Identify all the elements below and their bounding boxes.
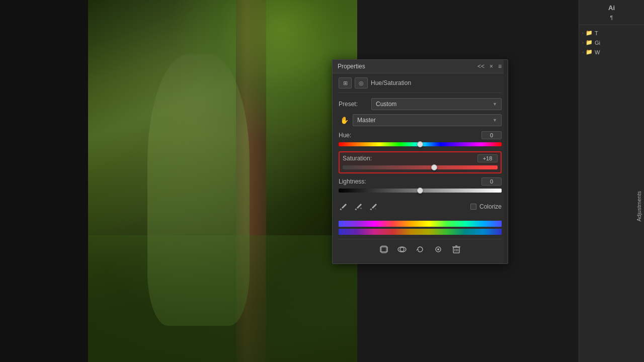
folder-w-label: W <box>595 49 600 55</box>
svg-point-7 <box>437 248 439 250</box>
tools-colorize-row: + - Colorize <box>339 198 502 216</box>
lightness-header: Lightness: 0 <box>339 177 502 186</box>
lightness-thumb[interactable] <box>417 188 423 194</box>
paragraph-icon[interactable]: ¶ <box>610 15 613 21</box>
right-top-icons: Ai ¶ <box>579 0 644 25</box>
svg-point-4 <box>400 247 404 251</box>
bottom-tools: + - <box>339 202 379 212</box>
channel-dropdown[interactable]: Master ▼ <box>353 114 502 126</box>
saturation-value[interactable]: +18 <box>477 154 498 162</box>
clip-to-layer-button[interactable] <box>378 243 390 255</box>
preset-value: Custom <box>376 101 396 108</box>
light-overlay <box>88 0 357 362</box>
colorize-label: Colorize <box>479 203 502 210</box>
properties-panel: Properties << × ≡ ⊞ ◎ Hue/Saturation Pre… <box>332 59 508 264</box>
saturation-thumb[interactable] <box>431 164 437 170</box>
hue-thumb[interactable] <box>417 141 423 147</box>
preset-chevron-icon: ▼ <box>493 102 497 107</box>
chevron-w-icon: › <box>582 50 584 55</box>
eyedropper-subtract-icon[interactable]: - <box>369 202 379 212</box>
saturation-track-container <box>343 164 498 170</box>
collapse-button[interactable]: << <box>476 63 486 70</box>
photo-content <box>88 0 357 362</box>
hue-color-bar <box>339 221 502 227</box>
lightness-value[interactable]: 0 <box>481 177 502 186</box>
preset-label: Preset: <box>339 101 371 108</box>
svg-text:-: - <box>375 206 376 211</box>
hue-section: Hue: 0 <box>339 131 502 147</box>
folder-item-w[interactable]: › 📁 W <box>581 47 642 57</box>
layer-icon-btn-1[interactable]: ⊞ <box>339 77 352 88</box>
channel-chevron-icon: ▼ <box>493 118 497 123</box>
folder-g-label: Gi <box>595 40 600 46</box>
colorize-row: Colorize <box>470 203 502 210</box>
canvas-area <box>0 0 357 362</box>
panel-body: ⊞ ◎ Hue/Saturation Preset: Custom ▼ ✋ Ma… <box>333 73 508 263</box>
panel-title: Properties <box>338 63 365 70</box>
layer-icon-btn-2[interactable]: ◎ <box>355 77 368 88</box>
panel-footer <box>339 239 502 259</box>
hand-icon[interactable]: ✋ <box>339 115 350 126</box>
result-color-bar <box>339 229 502 235</box>
right-sidebar: Ai ¶ › 📁 T › 📁 Gi › 📁 W Adjustments <box>579 0 644 362</box>
panel-header: Properties << × ≡ <box>333 60 508 73</box>
preset-row: Preset: Custom ▼ <box>339 98 502 110</box>
lightness-label: Lightness: <box>339 178 366 185</box>
colorize-checkbox[interactable] <box>470 204 476 210</box>
close-button[interactable]: × <box>489 63 494 70</box>
panel-scrollbar[interactable] <box>504 60 508 263</box>
menu-button[interactable]: ≡ <box>497 63 503 70</box>
folder-g-icon: 📁 <box>586 39 593 46</box>
folder-item-g[interactable]: › 📁 Gi <box>581 38 642 47</box>
channel-row: ✋ Master ▼ <box>339 114 502 126</box>
svg-text:+: + <box>360 206 362 211</box>
channel-value: Master <box>357 117 376 124</box>
hue-label: Hue: <box>339 132 351 139</box>
adjustments-label: Adjustments <box>636 191 642 222</box>
color-bars <box>339 221 502 235</box>
folder-items: › 📁 T › 📁 Gi › 📁 W <box>579 25 644 60</box>
folder-t-icon: 📁 <box>586 30 593 36</box>
visibility-button[interactable] <box>396 243 408 255</box>
folder-t-label: T <box>595 30 598 36</box>
folder-item-t[interactable]: › 📁 T <box>581 28 642 38</box>
hue-header: Hue: 0 <box>339 131 502 139</box>
panel-header-controls: << × ≡ <box>476 63 503 70</box>
layer-icons-row: ⊞ ◎ Hue/Saturation <box>339 77 502 93</box>
chevron-t-icon: › <box>582 31 584 36</box>
saturation-header: Saturation: +18 <box>343 154 498 162</box>
eyedropper-icon[interactable] <box>339 202 349 212</box>
folder-w-icon: 📁 <box>586 49 593 55</box>
saturation-track[interactable] <box>343 165 498 169</box>
saturation-label: Saturation: <box>343 155 372 162</box>
delete-button[interactable] <box>450 243 462 255</box>
ai-icon[interactable]: Ai <box>608 4 615 12</box>
hue-sat-title: Hue/Saturation <box>371 79 502 86</box>
hue-track-container <box>339 141 502 147</box>
saturation-section: Saturation: +18 <box>339 151 502 173</box>
eyedropper-add-icon[interactable]: + <box>354 202 364 212</box>
preview-button[interactable] <box>432 243 444 255</box>
lightness-track-container <box>339 188 502 194</box>
hue-value[interactable]: 0 <box>481 131 502 139</box>
reset-button[interactable] <box>414 243 426 255</box>
lightness-section: Lightness: 0 <box>339 177 502 194</box>
chevron-g-icon: › <box>582 40 584 45</box>
preset-dropdown[interactable]: Custom ▼ <box>371 98 502 110</box>
